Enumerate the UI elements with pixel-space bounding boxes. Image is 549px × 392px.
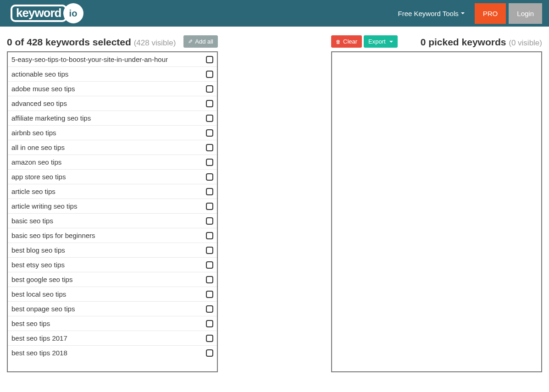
keyword-text: best seo tips	[11, 320, 206, 327]
keyword-text: best seo tips 2017	[11, 334, 206, 342]
chevron-down-icon	[461, 12, 465, 14]
keyword-row[interactable]: best seo tips 2017	[8, 331, 217, 346]
keyword-text: amazon seo tips	[11, 158, 206, 166]
keyword-row[interactable]: 5-easy-seo-tips-to-boost-your-site-in-un…	[8, 52, 217, 67]
keyword-row[interactable]: best seo tips 2018	[8, 346, 217, 360]
trash-icon	[336, 38, 341, 45]
picked-heading: 0 picked keywords (0 visible)	[421, 37, 542, 48]
clear-label: Clear	[343, 38, 357, 45]
keyword-checkbox[interactable]	[206, 247, 213, 254]
logo-keyword-text: keyword	[11, 5, 67, 22]
keyword-text: basic seo tips for beginners	[11, 232, 206, 239]
keyword-row[interactable]: best blog seo tips	[8, 243, 217, 258]
add-all-button[interactable]: Add all	[183, 35, 218, 48]
keyword-text: best blog seo tips	[11, 246, 206, 254]
keyword-row[interactable]: best onpage seo tips	[8, 302, 217, 316]
keyword-row[interactable]: best google seo tips	[8, 272, 217, 287]
keyword-checkbox[interactable]	[206, 217, 213, 225]
keywords-panel: 0 of 428 keywords selected (428 visible)…	[7, 31, 218, 372]
keyword-checkbox[interactable]	[206, 71, 213, 78]
keyword-text: actionable seo tips	[11, 70, 206, 78]
total-count: 428	[27, 37, 43, 47]
picked-count: 0	[421, 37, 426, 47]
keyword-checkbox[interactable]	[206, 305, 213, 313]
content: 0 of 428 keywords selected (428 visible)…	[0, 27, 549, 377]
keyword-row[interactable]: best etsy seo tips	[8, 258, 217, 272]
keyword-text: app store seo tips	[11, 173, 206, 181]
keyword-row[interactable]: amazon seo tips	[8, 155, 217, 170]
keyword-checkbox[interactable]	[206, 349, 213, 357]
keyword-row[interactable]: advanced seo tips	[8, 96, 217, 111]
keyword-text: best local seo tips	[11, 290, 206, 298]
keyword-checkbox[interactable]	[206, 159, 213, 166]
keyword-text: affiliate marketing seo tips	[11, 114, 206, 122]
keyword-checkbox[interactable]	[206, 129, 213, 137]
keyword-text: all in one seo tips	[11, 144, 206, 151]
keyword-text: article seo tips	[11, 188, 206, 195]
keyword-checkbox[interactable]	[206, 335, 213, 342]
keyword-checkbox[interactable]	[206, 261, 213, 269]
keyword-text: advanced seo tips	[11, 99, 206, 107]
picked-panel: Clear Export 0 picked keywords (0 visibl…	[331, 31, 542, 372]
logo[interactable]: keyword io	[11, 3, 83, 23]
keyword-row[interactable]: basic seo tips	[8, 214, 217, 228]
pro-button[interactable]: PRO	[475, 3, 506, 24]
login-button[interactable]: Login	[509, 3, 542, 24]
keyword-checkbox[interactable]	[206, 85, 213, 93]
keyword-text: best google seo tips	[11, 276, 206, 283]
keyword-row[interactable]: basic seo tips for beginners	[8, 228, 217, 243]
keyword-row[interactable]: best seo tips	[8, 316, 217, 331]
keyword-checkbox[interactable]	[206, 232, 213, 239]
keyword-checkbox[interactable]	[206, 291, 213, 298]
keyword-row[interactable]: best local seo tips	[8, 287, 217, 302]
edit-check-icon	[188, 38, 193, 45]
free-keyword-tools-label: Free Keyword Tools	[398, 10, 458, 17]
keyword-text: best onpage seo tips	[11, 305, 206, 313]
keyword-row[interactable]: adobe muse seo tips	[8, 82, 217, 96]
chevron-down-icon	[389, 41, 393, 43]
visible-count: (428 visible)	[134, 39, 176, 47]
keyword-row[interactable]: affiliate marketing seo tips	[8, 111, 217, 126]
export-button[interactable]: Export	[364, 35, 398, 48]
picked-panel-header: Clear Export 0 picked keywords (0 visibl…	[331, 31, 542, 48]
keyword-row[interactable]: app store seo tips	[8, 170, 217, 184]
picked-visible-count: (0 visible)	[509, 39, 542, 47]
keyword-text: article writing seo tips	[11, 202, 206, 210]
keyword-row[interactable]: airbnb seo tips	[8, 126, 217, 140]
keyword-row[interactable]: all in one seo tips	[8, 140, 217, 155]
keywords-panel-header: 0 of 428 keywords selected (428 visible)…	[7, 31, 218, 48]
picked-button-group: Clear Export	[331, 35, 398, 48]
keyword-text: best seo tips 2018	[11, 349, 206, 357]
keywords-heading: 0 of 428 keywords selected (428 visible)	[7, 37, 176, 48]
logo-io-circle: io	[63, 3, 83, 23]
picked-listbox[interactable]	[331, 51, 542, 372]
navbar: keyword io Free Keyword Tools PRO Login	[0, 0, 549, 27]
clear-button[interactable]: Clear	[331, 35, 362, 48]
selected-count: 0	[7, 37, 12, 47]
keyword-text: basic seo tips	[11, 217, 206, 225]
keyword-text: best etsy seo tips	[11, 261, 206, 269]
keyword-checkbox[interactable]	[206, 144, 213, 151]
navbar-right: Free Keyword Tools PRO Login	[391, 1, 542, 26]
keyword-checkbox[interactable]	[206, 115, 213, 122]
keyword-checkbox[interactable]	[206, 100, 213, 107]
add-all-label: Add all	[195, 38, 213, 45]
keyword-row[interactable]: article writing seo tips	[8, 199, 217, 214]
export-label: Export	[368, 38, 386, 45]
keyword-checkbox[interactable]	[206, 320, 213, 327]
keyword-checkbox[interactable]	[206, 276, 213, 283]
keyword-checkbox[interactable]	[206, 173, 213, 181]
keyword-checkbox[interactable]	[206, 56, 213, 63]
keyword-checkbox[interactable]	[206, 188, 213, 195]
keywords-listbox[interactable]: 5-easy-seo-tips-to-boost-your-site-in-un…	[7, 51, 218, 372]
keyword-text: adobe muse seo tips	[11, 85, 206, 93]
free-keyword-tools-dropdown[interactable]: Free Keyword Tools	[391, 1, 471, 26]
keyword-text: 5-easy-seo-tips-to-boost-your-site-in-un…	[11, 55, 206, 63]
keyword-row[interactable]: actionable seo tips	[8, 67, 217, 82]
logo-io-text: io	[69, 8, 78, 19]
keyword-checkbox[interactable]	[206, 203, 213, 210]
keyword-row[interactable]: article seo tips	[8, 184, 217, 199]
keyword-text: airbnb seo tips	[11, 129, 206, 137]
